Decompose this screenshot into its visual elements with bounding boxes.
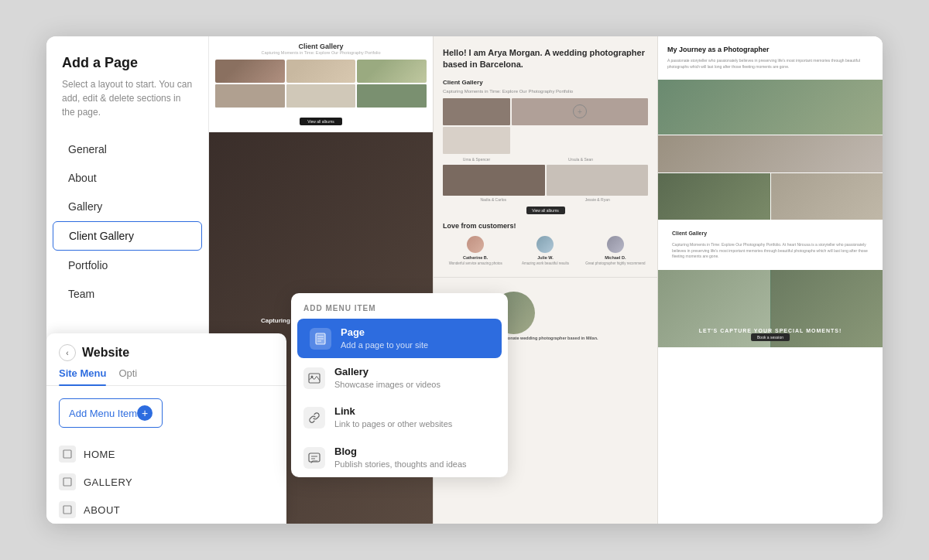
svg-rect-1 [63, 478, 71, 486]
mid-customers-title: Love from customers! [443, 222, 648, 230]
popup-gallery-icon [303, 367, 325, 389]
right-photo-g1 [658, 173, 770, 220]
mid-avatar-1 [467, 236, 484, 253]
popup-header: ADD MENU ITEM [291, 293, 508, 319]
popup-link-icon [303, 407, 325, 429]
right-gallery-label: Client Gallery [666, 226, 875, 241]
thumb-img-3 [357, 60, 427, 83]
mid-avatar-text-3: Great photographer highly recommend [583, 261, 648, 266]
website-panel-header: ‹ Website [46, 333, 286, 361]
mid-view-all-btn[interactable]: View all albums [526, 207, 565, 214]
right-journey-title: My Journey as a Photographer [667, 46, 873, 53]
home-icon [59, 446, 76, 463]
website-panel: ‹ Website Site Menu Opti Add Menu Item +… [46, 333, 286, 524]
website-panel-title: Website [82, 346, 129, 360]
gallery-label: GALLERY [84, 476, 132, 488]
back-icon: ‹ [66, 349, 68, 357]
thumb-img-2 [286, 60, 356, 83]
main-container: Add a Page Select a layout to start. You… [46, 36, 883, 524]
nav-item-team[interactable]: Team [53, 280, 202, 308]
menu-item-gallery[interactable]: GALLERY [50, 468, 283, 496]
right-section-4: LET'S CAPTURE YOUR SPECIAL MOMENTS! Book… [658, 270, 883, 347]
mid-couple-captions-1: Uma & Spencer Ursula & Sean [443, 157, 648, 162]
popup-page-content: Page Add a page to your site [341, 326, 489, 350]
mid-couple-area: A passionate wedding photographer based … [492, 292, 598, 340]
about-icon [59, 501, 76, 518]
thumb-img-4 [215, 84, 285, 108]
right-gallery-info: Client Gallery Capturing Moments in Time… [658, 221, 883, 269]
popup-blog-icon [303, 447, 325, 469]
preview1-btn[interactable]: View all albums [300, 118, 342, 125]
add-menu-item-button[interactable]: Add Menu Item + [59, 398, 163, 428]
popup-item-gallery[interactable]: Gallery Showcase images or videos [291, 358, 508, 398]
mid-gallery-sub: Capturing Moments in Time: Explore Our P… [443, 89, 648, 94]
mid-avatar-2 [536, 236, 554, 253]
add-menu-label: Add Menu Item [69, 408, 137, 419]
popup-blog-content: Blog Publish stories, thoughts and ideas [334, 446, 495, 470]
nav-item-about[interactable]: About [53, 164, 202, 192]
mid-hero-text: Hello! I am Arya Morgan. A wedding photo… [443, 47, 648, 71]
nav-item-portfolio[interactable]: Portfolio [53, 251, 202, 279]
nav-item-gallery[interactable]: Gallery [53, 193, 202, 220]
mid-gallery-img-1 [443, 98, 510, 125]
right-preview: My Journey as a Photographer A passionat… [658, 36, 883, 524]
mid-avatar-name-2: Julie W. [512, 255, 578, 260]
mid-caption-2: Ursula & Sean [513, 157, 648, 162]
popup-item-blog[interactable]: Blog Publish stories, thoughts and ideas [291, 438, 508, 477]
mid-customers: Love from customers! Catherine B. Wonder… [443, 222, 648, 266]
popup-gallery-title: Gallery [334, 366, 495, 377]
tab-options[interactable]: Opti [118, 367, 137, 385]
svg-rect-0 [63, 450, 71, 458]
menu-item-home[interactable]: HOME [50, 440, 283, 468]
mid-avatar-3 [607, 236, 624, 253]
right-capture-text: LET'S CAPTURE YOUR SPECIAL MOMENTS! [658, 328, 883, 333]
mid-caption-1: Uma & Spencer [443, 157, 510, 162]
back-button[interactable]: ‹ [59, 344, 76, 361]
right-section-1: My Journey as a Photographer A passionat… [658, 36, 883, 79]
right-capture-btn[interactable]: Book a session [751, 333, 790, 341]
mid-gallery-title: Client Gallery [443, 79, 648, 86]
thumb-img-5 [286, 84, 356, 108]
popup-gallery-desc: Showcase images or videos [334, 379, 495, 390]
about-label: ABOUT [84, 504, 120, 516]
mid-gallery-img-2: + [512, 98, 648, 125]
mid-gallery-pair [443, 165, 648, 196]
preview-col-3: My Journey as a Photographer A passionat… [658, 36, 883, 524]
gallery-icon [59, 473, 76, 490]
popup-item-link[interactable]: Link Link to pages or other websites [291, 398, 508, 437]
right-photo-g2 [771, 173, 883, 220]
popup-blog-title: Blog [334, 446, 495, 457]
mid-add-btn[interactable]: + [573, 104, 587, 118]
mid-avatars: Catherine B. Wonderful service amazing p… [443, 236, 648, 266]
nav-item-client-gallery[interactable]: Client Gallery [53, 221, 202, 251]
right-photo-pair [658, 173, 883, 220]
right-photo-top [658, 80, 883, 135]
popup-item-page[interactable]: Page Add a page to your site [297, 319, 502, 358]
right-section-2 [658, 80, 883, 172]
mid-couple-captions-2: Nadia & Carlos Jessie & Ryan [443, 197, 648, 202]
thumb-img-6 [357, 84, 427, 108]
right-journey-text: A passionate storyteller who passionatel… [667, 58, 873, 70]
mid-pair-img-1 [443, 165, 545, 196]
home-label: HOME [84, 449, 115, 460]
mid-avatar-name-1: Catherine B. [443, 255, 508, 260]
preview1-gallery-sub: Capturing Moments in Time: Explore Our P… [215, 50, 427, 55]
mid-content: Hello! I am Arya Morgan. A wedding photo… [434, 36, 657, 277]
mid-gallery-grid: + [443, 98, 648, 154]
mid-avatar-card-2: Julie W. Amazing work beautiful results [512, 236, 578, 266]
menu-item-about[interactable]: ABOUT [50, 496, 283, 524]
popup-link-desc: Link to pages or other websites [334, 418, 495, 429]
nav-item-general[interactable]: General [53, 135, 202, 163]
mid-avatar-card-3: Michael D. Great photographer highly rec… [583, 236, 648, 266]
popup-link-content: Link Link to pages or other websites [334, 405, 495, 429]
mid-caption-3: Nadia & Carlos [443, 197, 544, 202]
thumb-img-1 [215, 60, 285, 83]
right-gallery-desc: Capturing Moments in Time: Explore Our P… [666, 241, 875, 265]
right-photo-bottom [658, 135, 883, 172]
mid-gallery-img-3 [443, 127, 510, 154]
mid-avatar-name-3: Michael D. [583, 255, 648, 260]
mid-avatar-text-1: Wonderful service amazing photos [443, 261, 508, 266]
tab-site-menu[interactable]: Site Menu [59, 367, 106, 385]
panel-subtitle: Select a layout to start. You can add, e… [46, 77, 208, 135]
preview1-gallery-title: Client Gallery [215, 43, 427, 50]
